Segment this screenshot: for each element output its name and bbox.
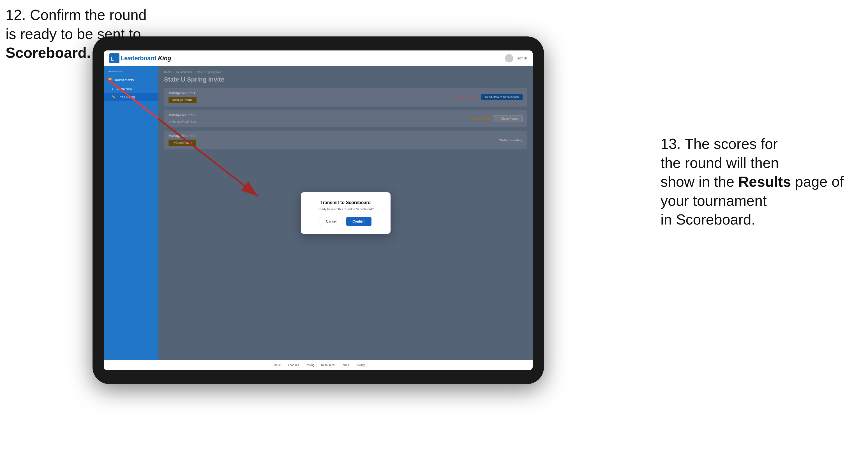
- sidebar-section-label: MAIN MENU: [104, 70, 158, 75]
- tablet-frame: L Leaderboard King Sign In MAIN MENU 🏆 T…: [93, 36, 544, 384]
- annotation-right-line3: show in the: [660, 174, 734, 190]
- footer-link-resources[interactable]: Resources: [321, 364, 335, 367]
- modal-cancel-button[interactable]: Cancel: [320, 217, 343, 226]
- edit-icon: ✏️: [112, 95, 116, 99]
- modal-box: Transmit to Scoreboard Ready to send thi…: [301, 192, 391, 234]
- app-footer: Product Features Pricing Resources Terms…: [104, 360, 533, 370]
- header-right: Sign In: [505, 54, 527, 63]
- sidebar-item-create-new[interactable]: + Create New: [104, 85, 158, 93]
- footer-link-product[interactable]: Product: [272, 364, 281, 367]
- modal-buttons: Cancel Confirm: [310, 217, 381, 226]
- annotation-right-bold: Results: [739, 174, 791, 190]
- annotation-right-line5: your tournament: [660, 193, 767, 209]
- annotation-right-line4: page of: [795, 174, 844, 190]
- sidebar: MAIN MENU 🏆 Tournaments + Create New ✏️ …: [104, 66, 158, 360]
- user-avatar-icon: [505, 54, 513, 63]
- trophy-icon: 🏆: [108, 78, 112, 82]
- modal-subtitle: Ready to send this round to Scoreboard?: [310, 208, 381, 211]
- sidebar-edit-existing-label: Edit Existing: [118, 95, 135, 99]
- sidebar-create-new-label: Create New: [116, 87, 132, 91]
- sign-in-button[interactable]: Sign In: [517, 56, 527, 60]
- app-header: L Leaderboard King Sign In: [104, 51, 533, 66]
- annotation-right-line2: the round will then: [660, 155, 779, 171]
- app-body: MAIN MENU 🏆 Tournaments + Create New ✏️ …: [104, 66, 533, 360]
- modal-title: Transmit to Scoreboard: [310, 200, 381, 205]
- footer-link-privacy[interactable]: Privacy: [355, 364, 365, 367]
- annotation-bold: Scoreboard.: [6, 44, 91, 61]
- annotation-line2: is ready to be sent to: [6, 26, 141, 42]
- sidebar-tournaments-label: Tournaments: [114, 78, 134, 82]
- sidebar-item-edit-existing[interactable]: ✏️ Edit Existing: [104, 93, 158, 101]
- annotation-right-line6: in Scoreboard.: [660, 211, 755, 228]
- footer-link-pricing[interactable]: Pricing: [306, 364, 315, 367]
- footer-link-terms[interactable]: Terms: [341, 364, 349, 367]
- modal-overlay: Transmit to Scoreboard Ready to send thi…: [158, 66, 533, 360]
- main-content: Home › Tournaments › State U Spring Invi…: [158, 66, 533, 360]
- annotation-right: 13. The scores for the round will then s…: [660, 134, 862, 229]
- modal-confirm-button[interactable]: Confirm: [346, 217, 371, 226]
- annotation-right-line1: 13. The scores for: [660, 136, 778, 152]
- tablet-screen: L Leaderboard King Sign In MAIN MENU 🏆 T…: [104, 51, 533, 370]
- sidebar-item-tournaments[interactable]: 🏆 Tournaments: [104, 75, 158, 85]
- plus-icon: +: [112, 87, 113, 91]
- annotation-top-left: 12. Confirm the round is ready to be sen…: [6, 6, 147, 63]
- footer-link-features[interactable]: Features: [288, 364, 299, 367]
- annotation-line1: 12. Confirm the round: [6, 7, 147, 23]
